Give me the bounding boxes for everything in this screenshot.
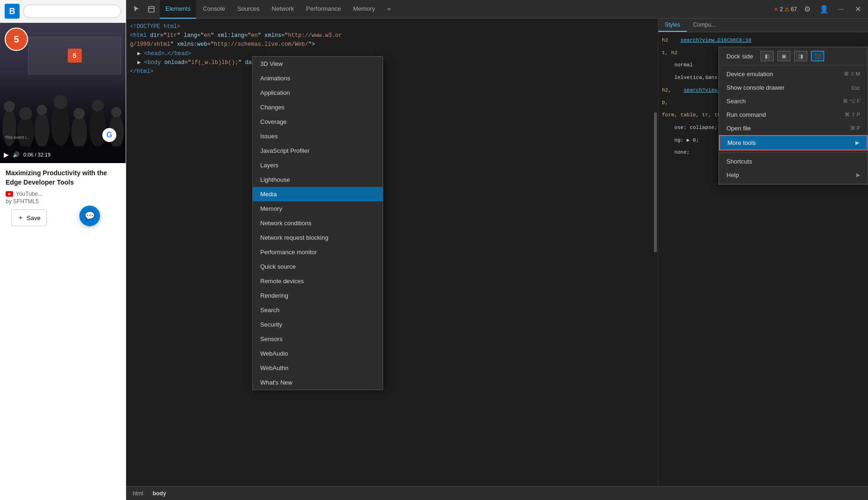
code-line-2: <html dir="ltr" lang="en" xml:lang="en" … <box>130 31 654 40</box>
right-menu-help[interactable]: Help ▶ <box>719 168 868 182</box>
video-controls: ▶ 🔊 0:06 / 32:19 <box>0 146 126 163</box>
chat-fab-button[interactable]: 💬 <box>79 206 100 226</box>
svg-point-6 <box>51 104 70 146</box>
tab-network[interactable]: Network <box>266 0 300 19</box>
menu-item-3dview[interactable]: 3D View <box>253 57 383 71</box>
dock-detach-button[interactable]: ⬛ <box>811 51 824 61</box>
error-count: 2 <box>780 6 783 13</box>
menu-item-networkrequestblocking[interactable]: Network request blocking <box>253 230 383 245</box>
menu-item-quicksource[interactable]: Quick source <box>253 259 383 274</box>
device-emulation-shortcut: ⌘ ⇧ M <box>844 71 860 77</box>
styles-tab-styles[interactable]: Styles <box>658 19 687 32</box>
help-label: Help <box>726 171 739 179</box>
warning-count: 67 <box>791 6 797 13</box>
more-tools-arrow: ▶ <box>855 140 859 146</box>
svg-point-13 <box>111 107 121 117</box>
right-menu-device-emulation[interactable]: Device emulation ⌘ ⇧ M <box>719 67 868 81</box>
tab-memory[interactable]: Memory <box>348 0 381 19</box>
menu-item-search[interactable]: Search <box>253 303 383 317</box>
sfhtml5-badge: 5 <box>5 28 28 51</box>
more-tools-menu[interactable]: 3D View Animations Application Changes C… <box>252 56 383 390</box>
right-menu-shortcuts[interactable]: Shortcuts <box>719 155 868 168</box>
browser-panel: B <box>0 0 126 500</box>
menu-item-layers[interactable]: Layers <box>253 158 383 172</box>
svg-point-7 <box>54 95 68 109</box>
menu-item-webauthn[interactable]: WebAuthn <box>253 361 383 375</box>
menu-item-application[interactable]: Application <box>253 86 383 100</box>
menu-item-lighthouse[interactable]: Lighthouse <box>253 172 383 187</box>
dock-left-button[interactable]: ◧ <box>761 51 774 61</box>
style-rule-1: h2 search?view…D18C06C8:10 <box>662 36 864 45</box>
inspect-icon[interactable] <box>145 3 158 16</box>
right-context-menu[interactable]: Dock side ◧ ▣ ◨ ⬛ Device emulation ⌘ ⇧ M… <box>719 47 868 185</box>
menu-item-security[interactable]: Security <box>253 317 383 332</box>
menu-item-changes[interactable]: Changes <box>253 100 383 114</box>
dock-right-button[interactable]: ◨ <box>794 51 807 61</box>
shortcuts-label: Shortcuts <box>726 158 752 165</box>
right-menu-more-tools[interactable]: More tools ▶ <box>719 135 868 150</box>
address-input[interactable] <box>23 5 121 18</box>
tab-more[interactable]: » <box>382 0 396 19</box>
dock-side-label: Dock side <box>726 53 753 60</box>
svg-point-4 <box>35 112 50 146</box>
code-line-5[interactable]: ▶ <body onload="if(_w.lb)lb();" data-bm=… <box>130 58 654 67</box>
code-line-1: <!DOCTYPE html> <box>130 22 654 31</box>
close-button[interactable]: ✕ <box>851 3 864 16</box>
video-section: 5 5 This event i... G ▶ 🔊 0:06 / 32:19 <box>0 23 126 163</box>
save-label: Save <box>27 214 41 221</box>
svg-point-9 <box>73 108 85 119</box>
run-command-shortcut: ⌘ ⇧ P <box>845 112 860 118</box>
youtube-icon <box>6 191 13 197</box>
right-menu-run-command[interactable]: Run command ⌘ ⇧ P <box>719 108 868 121</box>
volume-button[interactable]: 🔊 <box>13 151 20 158</box>
styles-tab-computed[interactable]: Compu... <box>687 19 723 32</box>
menu-item-networkconditions[interactable]: Network conditions <box>253 216 383 230</box>
menu-item-rendering[interactable]: Rendering <box>253 288 383 303</box>
more-button[interactable]: ··· <box>834 3 847 16</box>
code-line-4[interactable]: ▶ <head>…</head> <box>130 50 654 58</box>
tab-sources[interactable]: Sources <box>232 0 265 19</box>
svg-point-1 <box>4 101 15 112</box>
devtools-tabs: Elements Console Sources Network Perform… <box>160 0 772 19</box>
video-title: Maximizing Productivity with the Edge De… <box>6 169 120 187</box>
breadcrumb-html[interactable]: html <box>130 489 146 498</box>
address-bar: B <box>0 0 126 23</box>
error-badge: ✕ 2 ⚠ 67 <box>774 6 797 13</box>
devtools-toolbar: Elements Console Sources Network Perform… <box>126 0 868 19</box>
menu-item-animations[interactable]: Animations <box>253 71 383 86</box>
menu-item-webaudio[interactable]: WebAudio <box>253 346 383 361</box>
svg-point-3 <box>19 107 32 120</box>
menu-item-coverage[interactable]: Coverage <box>253 114 383 129</box>
tab-performance[interactable]: Performance <box>300 0 346 19</box>
menu-item-memory[interactable]: Memory <box>253 201 383 216</box>
run-command-label: Run command <box>726 111 766 118</box>
menu-item-performancemonitor[interactable]: Performance monitor <box>253 245 383 259</box>
tab-console[interactable]: Console <box>197 0 231 19</box>
dock-bottom-button[interactable]: ▣ <box>777 51 790 61</box>
video-banner-text: This event i... <box>5 135 30 140</box>
save-button[interactable]: ＋ Save <box>11 209 47 226</box>
devtools-breadcrumb-bar: html body <box>126 486 868 500</box>
search-label: Search <box>726 98 746 105</box>
code-line-3: g/1999/xhtml" xmlns:web="http://schemas.… <box>130 40 654 49</box>
right-menu-open-file[interactable]: Open file ⌘ P <box>719 121 868 135</box>
play-button[interactable]: ▶ <box>4 151 9 158</box>
menu-item-jsprofiler[interactable]: JavaScript Profiler <box>253 143 383 158</box>
menu-item-sensors[interactable]: Sensors <box>253 332 383 346</box>
profile-button[interactable]: 👤 <box>818 3 831 16</box>
tab-elements[interactable]: Elements <box>160 0 196 19</box>
menu-item-whatsnew[interactable]: What's New <box>253 375 383 390</box>
menu-item-remotedevices[interactable]: Remote devices <box>253 274 383 288</box>
right-menu-show-console[interactable]: Show console drawer Esc <box>719 81 868 94</box>
cursor-tool-icon[interactable] <box>130 3 143 16</box>
video-source-name: YouTube... <box>16 191 43 197</box>
menu-item-issues[interactable]: Issues <box>253 129 383 143</box>
breadcrumb-body[interactable]: body <box>150 489 169 498</box>
dock-side-section: Dock side ◧ ▣ ◨ ⬛ <box>719 47 868 65</box>
right-menu-search[interactable]: Search ⌘ ⌥ F <box>719 94 868 108</box>
show-console-shortcut: Esc <box>852 85 860 91</box>
scrollbar[interactable] <box>654 112 657 252</box>
menu-item-media[interactable]: Media <box>253 187 383 201</box>
settings-button[interactable]: ⚙ <box>801 3 814 16</box>
style-link-1[interactable]: search?view…D18C06C8:10 <box>681 37 752 43</box>
